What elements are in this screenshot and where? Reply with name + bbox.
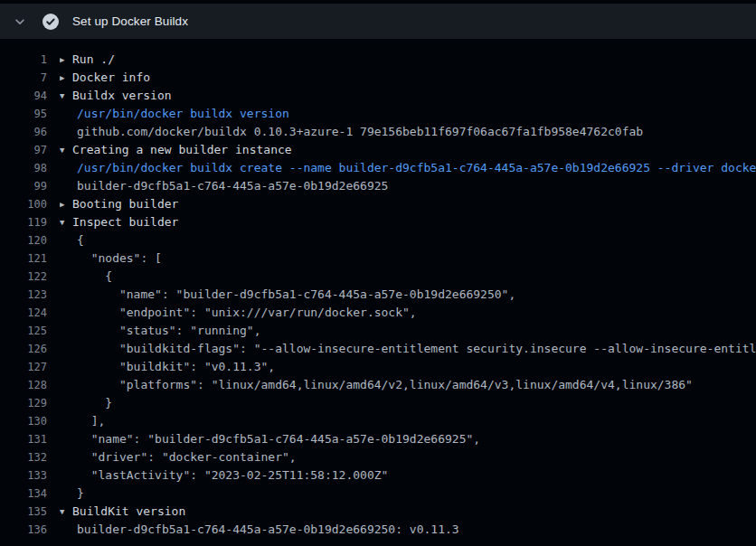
- log-line: 95/usr/bin/docker buildx version: [0, 105, 756, 123]
- command-text: /usr/bin/docker buildx version: [60, 105, 756, 123]
- output-text: builder-d9cfb5a1-c764-445a-a57e-0b19d2e6…: [60, 521, 756, 539]
- line-number[interactable]: 126: [0, 340, 47, 358]
- log-line: 98/usr/bin/docker buildx create --name b…: [0, 159, 756, 177]
- line-number[interactable]: 132: [0, 448, 47, 466]
- log-group-row[interactable]: 94▼Buildx version: [0, 87, 756, 105]
- output-text: {: [60, 231, 756, 249]
- log-line: 121 "nodes": [: [0, 249, 756, 268]
- output-text: builder-d9cfb5a1-c764-445a-a57e-0b19d2e6…: [60, 177, 756, 195]
- output-text: "lastActivity": "2023-02-25T11:58:12.000…: [60, 466, 756, 485]
- line-number[interactable]: 97: [0, 141, 47, 159]
- log-group-row[interactable]: 97▼Creating a new builder instance: [0, 141, 756, 159]
- log-line: 132 "driver": "docker-container",: [0, 448, 756, 466]
- output-text: "driver": "docker-container",: [60, 448, 756, 466]
- line-number[interactable]: 127: [0, 358, 47, 376]
- log-line: 99builder-d9cfb5a1-c764-445a-a57e-0b19d2…: [0, 177, 756, 195]
- log-group-row[interactable]: 119▼Inspect builder: [0, 213, 756, 231]
- group-expanded-icon[interactable]: ▼: [60, 87, 72, 105]
- line-number[interactable]: 1: [0, 51, 47, 69]
- log-line: 123 "name": "builder-d9cfb5a1-c764-445a-…: [0, 286, 756, 304]
- line-number[interactable]: 135: [0, 503, 47, 521]
- line-number[interactable]: 133: [0, 466, 47, 485]
- line-number[interactable]: 95: [0, 105, 47, 123]
- line-number[interactable]: 134: [0, 485, 47, 503]
- group-collapsed-icon[interactable]: ▶: [60, 69, 72, 87]
- line-number[interactable]: 128: [0, 376, 47, 394]
- line-number[interactable]: 7: [0, 69, 47, 87]
- step-title: Set up Docker Buildx: [72, 14, 188, 28]
- log-group-row[interactable]: 135▼BuildKit version: [0, 503, 756, 521]
- output-text: "status": "running",: [60, 322, 756, 340]
- group-expanded-icon[interactable]: ▼: [60, 213, 72, 231]
- log-group-row[interactable]: 100▶Booting builder: [0, 195, 756, 213]
- line-number[interactable]: 96: [0, 123, 47, 141]
- line-number[interactable]: 99: [0, 177, 47, 195]
- log-line: 134}: [0, 485, 756, 503]
- log-line: 127 "buildkit": "v0.11.3",: [0, 358, 756, 376]
- line-number[interactable]: 121: [0, 249, 47, 268]
- line-number[interactable]: 130: [0, 412, 47, 430]
- group-expanded-icon[interactable]: ▼: [60, 503, 72, 521]
- group-collapsed-icon[interactable]: ▶: [60, 51, 72, 69]
- group-expanded-icon[interactable]: ▼: [60, 141, 72, 159]
- group-title: Run ./: [72, 52, 115, 66]
- line-number[interactable]: 120: [0, 231, 47, 249]
- output-text: {: [60, 268, 756, 286]
- log-line: 124 "endpoint": "unix:///var/run/docker.…: [0, 304, 756, 322]
- group-collapsed-icon[interactable]: ▶: [60, 195, 72, 213]
- output-text: "name": "builder-d9cfb5a1-c764-445a-a57e…: [60, 286, 756, 304]
- log-line: 120{: [0, 231, 756, 249]
- line-number[interactable]: 129: [0, 394, 47, 412]
- log-line: 130 ],: [0, 412, 756, 430]
- output-text: "platforms": "linux/amd64,linux/amd64/v2…: [60, 376, 756, 394]
- log-line: 128 "platforms": "linux/amd64,linux/amd6…: [0, 376, 756, 394]
- chevron-down-icon[interactable]: [13, 14, 27, 29]
- line-number[interactable]: 125: [0, 322, 47, 340]
- check-circle-icon: [43, 14, 59, 30]
- group-title: Inspect builder: [72, 215, 178, 229]
- log-lines: 1▶Run ./7▶Docker info94▼Buildx version95…: [0, 39, 756, 539]
- group-title: BuildKit version: [72, 504, 185, 518]
- line-number[interactable]: 119: [0, 213, 47, 231]
- output-text: "endpoint": "unix:///var/run/docker.sock…: [60, 304, 756, 322]
- group-title: Docker info: [72, 71, 150, 84]
- log-group-row[interactable]: 1▶Run ./: [0, 51, 756, 69]
- line-number[interactable]: 123: [0, 286, 47, 304]
- output-text: ],: [60, 412, 756, 430]
- log-group-row[interactable]: 7▶Docker info: [0, 69, 756, 87]
- log-line: 136builder-d9cfb5a1-c764-445a-a57e-0b19d…: [0, 521, 756, 539]
- group-title: Creating a new builder instance: [72, 143, 292, 156]
- log-line: 96github.com/docker/buildx 0.10.3+azure-…: [0, 123, 756, 141]
- line-number[interactable]: 136: [0, 521, 47, 539]
- line-number[interactable]: 94: [0, 87, 47, 105]
- line-number[interactable]: 98: [0, 159, 47, 177]
- output-text: "buildkit": "v0.11.3",: [60, 358, 756, 376]
- output-text: "buildkitd-flags": "--allow-insecure-ent…: [60, 340, 756, 358]
- group-title: Booting builder: [72, 197, 178, 211]
- log-line: 133 "lastActivity": "2023-02-25T11:58:12…: [0, 466, 756, 485]
- log-line: 126 "buildkitd-flags": "--allow-insecure…: [0, 340, 756, 358]
- line-number[interactable]: 131: [0, 430, 47, 448]
- output-text: }: [60, 394, 756, 412]
- output-text: }: [60, 485, 756, 503]
- group-title: Buildx version: [72, 89, 172, 102]
- line-number[interactable]: 122: [0, 268, 47, 286]
- log-line: 122 {: [0, 268, 756, 286]
- log-line: 125 "status": "running",: [0, 322, 756, 340]
- output-text: "nodes": [: [60, 249, 756, 268]
- line-number[interactable]: 124: [0, 304, 47, 322]
- command-text: /usr/bin/docker buildx create --name bui…: [60, 159, 756, 177]
- line-number[interactable]: 100: [0, 195, 47, 213]
- log-line: 129 }: [0, 394, 756, 412]
- log-line: 131 "name": "builder-d9cfb5a1-c764-445a-…: [0, 430, 756, 448]
- step-header[interactable]: Set up Docker Buildx: [0, 4, 756, 39]
- output-text: "name": "builder-d9cfb5a1-c764-445a-a57e…: [60, 430, 756, 448]
- output-text: github.com/docker/buildx 0.10.3+azure-1 …: [60, 123, 756, 141]
